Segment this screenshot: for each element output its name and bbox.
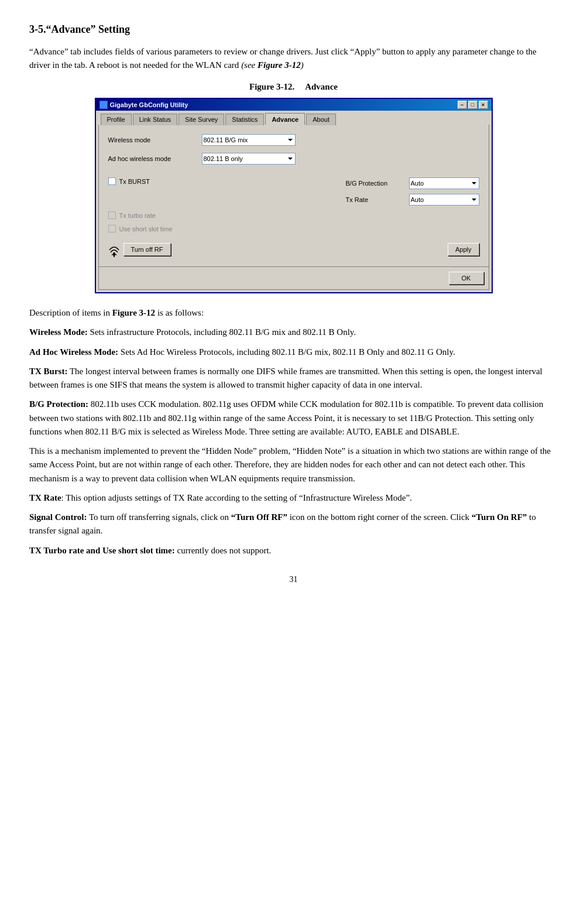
titlebar-buttons: − □ × <box>458 101 488 109</box>
turn-on-rf-bold: “Turn On RF” <box>472 512 527 522</box>
dialog-window: Gigabyte GbConfig Utility − □ × Profile … <box>95 98 493 293</box>
use-short-slot-row: Use short slot time <box>108 225 479 232</box>
tab-statistics[interactable]: Statistics <box>225 114 264 125</box>
intro-italic: (see <box>241 60 258 70</box>
dialog-titlebar: Gigabyte GbConfig Utility − □ × <box>96 99 492 111</box>
adhoc-mode-desc-text: Sets Ad Hoc Wireless Protocols, includin… <box>121 347 455 357</box>
tx-burst-desc-text: The longest interval between frames is n… <box>29 367 543 389</box>
maximize-button[interactable]: □ <box>468 101 478 109</box>
figure-ref-para: Description of items in Figure 3-12 is a… <box>29 306 558 320</box>
adhoc-mode-select[interactable]: 802.11 B only 802.11 B/G mix 802.11 G On… <box>202 153 296 165</box>
tx-rate-desc: TX Rate: This option adjusts settings of… <box>29 491 558 505</box>
dialog-tabs: Profile Link Status Site Survey Statisti… <box>96 111 492 125</box>
bg-protection-desc: B/G Protection: 802.11b uses CCK modulat… <box>29 398 558 439</box>
tx-rate-select[interactable]: Auto <box>409 194 479 206</box>
tx-rate-label: Tx Rate <box>346 196 404 203</box>
signal-control-desc: Signal Control: To turn off transferring… <box>29 511 558 538</box>
bg-protection-label: B/G Protection <box>346 180 404 187</box>
tab-profile[interactable]: Profile <box>101 114 132 125</box>
use-short-slot-label: Use short slot time <box>119 225 173 232</box>
section-heading: 3-5.“Advance” Setting <box>29 23 558 36</box>
signal-control-text: To turn off transferring signals, click … <box>89 512 231 522</box>
minimize-button[interactable]: − <box>458 101 467 109</box>
tx-rate-desc-label: TX Rate <box>29 493 61 502</box>
tx-burst-desc: TX Burst: The longest interval between f… <box>29 365 558 392</box>
titlebar-left: Gigabyte GbConfig Utility <box>99 101 188 109</box>
tx-burst-row: Tx BURST <box>108 177 328 185</box>
ok-button[interactable]: OK <box>449 272 484 285</box>
tx-burst-desc-label: TX Burst: <box>29 367 67 376</box>
tx-burst-section: Tx BURST <box>108 177 328 206</box>
close-button[interactable]: × <box>479 101 488 109</box>
bg-protection-desc-text: 802.11b uses CCK modulation. 802.11g use… <box>29 399 543 436</box>
page-number: 31 <box>29 575 558 584</box>
tab-link-status[interactable]: Link Status <box>133 114 177 125</box>
turn-off-rf-bold: “Turn Off RF” <box>231 512 287 522</box>
signal-control-text2: icon on the bottom right corner of the s… <box>287 512 472 522</box>
tab-advance[interactable]: Advance <box>265 113 305 125</box>
app-icon <box>99 101 108 109</box>
hidden-node-desc: This is a mechanism implemented to preve… <box>29 444 558 485</box>
figure-ref-bold: Figure 3-12 <box>112 308 155 317</box>
adhoc-mode-desc-label: Ad Hoc Wireless Mode: <box>29 347 118 357</box>
desc-figure-ref-text: Description of items in <box>29 308 112 317</box>
intro-bold-italic: Figure 3-12 <box>258 60 301 70</box>
tab-about[interactable]: About <box>306 114 336 125</box>
tx-burst-checkbox[interactable] <box>108 177 116 185</box>
adhoc-mode-desc: Ad Hoc Wireless Mode: Sets Ad Hoc Wirele… <box>29 345 558 359</box>
svg-point-2 <box>113 252 115 255</box>
tx-burst-label: Tx BURST <box>119 178 150 185</box>
bg-protection-row: B/G Protection Auto Enable Disable <box>346 177 479 189</box>
wireless-mode-desc-label: Wireless Mode: <box>29 327 88 337</box>
wireless-mode-select[interactable]: 802.11 B/G mix 802.11 B Only 802.11 G On… <box>202 134 296 146</box>
tab-site-survey[interactable]: Site Survey <box>178 114 224 125</box>
signal-control-label: Signal Control: <box>29 512 87 522</box>
tx-turbo-row: Tx turbo rate <box>108 211 479 219</box>
dialog-title: Gigabyte GbConfig Utility <box>110 101 188 108</box>
bottom-row: Turn off RF Apply <box>108 242 479 257</box>
wireless-mode-label: Wireless mode <box>108 136 202 143</box>
turn-off-rf-button[interactable]: Turn off RF <box>123 243 171 256</box>
tx-rate-desc-text: : This option adjusts settings of TX Rat… <box>61 493 412 502</box>
rf-icon <box>108 242 120 257</box>
adhoc-mode-label: Ad hoc wireless mode <box>108 155 202 162</box>
bg-protection-select[interactable]: Auto Enable Disable <box>409 177 479 189</box>
tx-turbo-desc-label: TX Turbo rate and Use short slot time: <box>29 546 175 555</box>
turn-off-rf-area: Turn off RF <box>108 242 171 257</box>
apply-button[interactable]: Apply <box>448 243 479 256</box>
adhoc-mode-row: Ad hoc wireless mode 802.11 B only 802.1… <box>108 153 479 165</box>
hidden-node-text: This is a mechanism implemented to preve… <box>29 446 551 483</box>
wireless-mode-desc: Wireless Mode: Sets infrastructure Proto… <box>29 326 558 339</box>
intro-italic-end: ) <box>301 60 304 70</box>
bg-tx-section: B/G Protection Auto Enable Disable Tx Ra… <box>346 177 479 206</box>
tx-turbo-desc: TX Turbo rate and Use short slot time: c… <box>29 544 558 557</box>
tx-turbo-label: Tx turbo rate <box>119 212 156 219</box>
wireless-mode-desc-text: Sets infrastructure Protocols, including… <box>90 327 356 337</box>
protection-section: Tx BURST B/G Protection Auto Enable Disa… <box>108 177 479 206</box>
desc-figure-ref-text2: is as follows: <box>155 308 204 317</box>
tx-turbo-desc-text: currently does not support. <box>177 546 272 555</box>
figure-wrapper: Gigabyte GbConfig Utility − □ × Profile … <box>29 98 558 293</box>
wireless-mode-row: Wireless mode 802.11 B/G mix 802.11 B On… <box>108 134 479 146</box>
tx-turbo-checkbox <box>108 211 116 219</box>
tx-rate-row: Tx Rate Auto <box>346 194 479 206</box>
use-short-slot-checkbox <box>108 225 116 232</box>
intro-paragraph: “Advance” tab includes fields of various… <box>29 45 558 71</box>
figure-caption: Figure 3-12. Advance <box>29 82 558 92</box>
dialog-body: Wireless mode 802.11 B/G mix 802.11 B On… <box>98 125 489 267</box>
dialog-footer: OK <box>98 267 489 290</box>
bg-protection-desc-label: B/G Protection: <box>29 399 88 409</box>
description-section: Description of items in Figure 3-12 is a… <box>29 306 558 557</box>
